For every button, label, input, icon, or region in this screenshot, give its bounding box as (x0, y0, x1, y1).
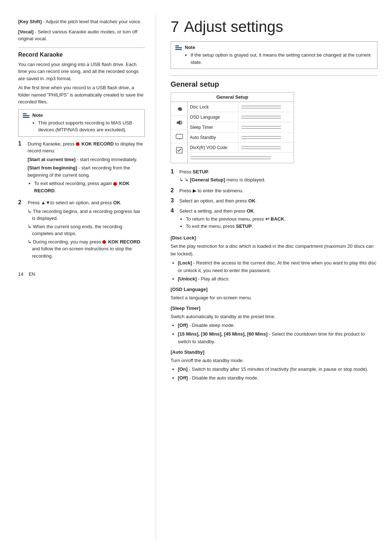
right-step4-bold: OK (247, 208, 254, 214)
right-step-1-num: 1 (171, 168, 176, 175)
step2-text: Press ▲▼to select an option, and press (28, 200, 112, 205)
gear-icon (175, 105, 183, 113)
sleep-timer-b1-text: - Disable sleep mode. (188, 323, 234, 328)
setup-row-lines-5 (188, 154, 294, 161)
right-step1-arrow-label: [General Setup] (190, 177, 225, 182)
disc-lock-header: [Disc Lock] (171, 234, 377, 242)
setup-icons-col (171, 102, 188, 163)
setup-row-1: OSD Language (188, 112, 294, 122)
descriptions-block: [Disc Lock] Set the play restriction for… (171, 234, 377, 382)
red-dot-3 (102, 240, 106, 244)
note-box-right: Note If the setup option is grayed out, … (171, 41, 377, 69)
step2-arrow1: The recording begins, and a recording pr… (28, 208, 145, 222)
step2-bold: OK (113, 200, 121, 205)
step-1-num: 1 (18, 140, 25, 147)
right-step-4: 4 Select a setting, and then press OK. T… (171, 208, 377, 230)
row-line (241, 106, 281, 106)
disc-lock-bullet2: [Unlock] - Play all discs. (178, 275, 377, 283)
step2-arrow3-post: and follow the on-screen instructions to… (32, 246, 132, 259)
osd-lang-header: [OSD Language] (171, 286, 377, 294)
red-dot-1 (76, 142, 79, 146)
step2-arrow3-bold: KOK RECORD (108, 239, 140, 245)
page-number: 14 EN (18, 271, 145, 277)
note-line-short (23, 113, 26, 114)
chapter-title: Adjust settings (184, 18, 283, 35)
right-step-3: 3 Select an option, and then press OK. (171, 197, 377, 205)
disc-lock-list: [Lock] - Restrict the access to the curr… (171, 259, 377, 283)
step1-bullet-exit: To exit without recording, press again K… (34, 180, 145, 194)
speaker-icon (175, 119, 183, 127)
setup-row-5 (188, 153, 294, 163)
step1-sub1-text: - start recording immediately. (75, 157, 137, 162)
general-setup-title: General setup (171, 80, 377, 89)
auto-standby-b2-label: [Off] (178, 375, 188, 381)
step1-text: During Karaoke, press (28, 141, 74, 147)
svg-rect-2 (176, 134, 183, 139)
page-num-text: 14 (18, 271, 23, 277)
right-step1-text: Press (179, 169, 191, 175)
auto-standby-b2-text: - Disable the auto standby mode. (188, 375, 258, 381)
step1-bullets: To exit without recording, press again K… (28, 180, 145, 194)
setup-row-2: Sleep Timer (188, 122, 294, 132)
setup-row-label-2: Sleep Timer (188, 123, 238, 131)
red-dot-2 (113, 182, 117, 186)
auto-standby-bullet1: [On] - Switch to standby after 15 minute… (178, 366, 377, 373)
setup-row-lines-1 (238, 114, 294, 121)
sleep-timer-bullet1: [Off] - Disable sleep mode. (178, 322, 377, 329)
right-steps: 1 Press SETUP. ↳ [General Setup] menu is… (171, 168, 377, 230)
note-item-left: This product supports recording to MAS U… (38, 119, 140, 134)
step1-bold: KOK RECORD (82, 141, 114, 147)
setup-row-lines-4 (238, 144, 294, 151)
right-step4-bullet1: To return to the previous menu, press ↩ … (186, 216, 377, 223)
right-step-4-num: 4 (171, 208, 176, 214)
note-list-right: If the setup option is grayed out, it me… (185, 52, 373, 66)
setup-row-0: Disc Lock (188, 102, 294, 112)
check-icon-cell (171, 143, 187, 157)
auto-standby-b1-label: [On] (178, 366, 188, 372)
divider-1 (18, 48, 145, 48)
right-step4-bullet2: To exit the menu, press SETUP. (186, 223, 377, 230)
row-line (241, 128, 281, 129)
row-line (241, 138, 281, 139)
step-2: 2 Press ▲▼to select an option, and press… (18, 199, 145, 260)
disc-lock-b1-text: - Restrict the access to the current dis… (178, 260, 376, 273)
left-column: [Key Shift] - Adjust the pitch level tha… (0, 15, 156, 539)
setup-row-label-1: OSD Language (188, 113, 238, 121)
keyshift-para: [Key Shift] - Adjust the pitch level tha… (18, 18, 145, 25)
setup-table-header: General Setup (171, 93, 294, 102)
setup-row-label-3: Auto Standby (188, 134, 238, 141)
note-label-right: Note (185, 45, 373, 50)
setup-row-lines-0 (238, 103, 294, 111)
row-line (241, 108, 281, 108)
step2-main: Press ▲▼to select an option, and press O… (28, 199, 145, 206)
note-line-long2-r (175, 49, 182, 50)
page-lang-text: EN (29, 271, 35, 277)
note-line-short-r (175, 45, 179, 46)
row-line (191, 159, 271, 159)
setup-row-label-4: DivX(R) VOD Code (188, 144, 238, 152)
setup-row-lines-2 (238, 124, 294, 131)
speaker-icon-cell (171, 116, 187, 130)
right-step-1-content: Press SETUP. ↳ [General Setup] menu is d… (179, 168, 377, 184)
auto-standby-header: [Auto Standby] (171, 349, 377, 356)
right-step-2-content: Press ▶ to enter the submenu. (179, 187, 377, 194)
note-icon-right-wrap (175, 45, 182, 50)
auto-standby-desc: Turn on/off the auto standby mode. (171, 357, 377, 365)
page: [Key Shift] - Adjust the pitch level tha… (0, 0, 392, 554)
sleep-timer-desc: Switch automatically to standby at the p… (171, 313, 377, 321)
step1-sub2: [Start from beginning] - start recording… (28, 164, 145, 178)
right-step1-arrow: ↳ [General Setup] menu is displayed. (179, 176, 377, 184)
setup-rows-col: Disc Lock OSD Language (188, 102, 294, 163)
right-step2-text: Press ▶ to enter the submenu. (179, 188, 244, 193)
gear-icon-cell (171, 102, 187, 116)
row-line (241, 148, 281, 149)
auto-standby-list: [On] - Switch to standby after 15 minute… (171, 366, 377, 382)
right-step1-arrow2: menu is displayed. (226, 177, 266, 182)
row-line (241, 126, 281, 127)
note-item-right: If the setup option is grayed out, it me… (191, 52, 373, 66)
setup-row-label-0: Disc Lock (188, 103, 238, 111)
steps-list-left: 1 During Karaoke, press KOK RECORD to di… (18, 140, 145, 261)
disc-lock-b1-label: [Lock] (178, 260, 192, 266)
auto-standby-bullet2: [Off] - Disable the auto standby mode. (178, 374, 377, 382)
disc-lock-b2-label: [Unlock] (178, 276, 197, 282)
